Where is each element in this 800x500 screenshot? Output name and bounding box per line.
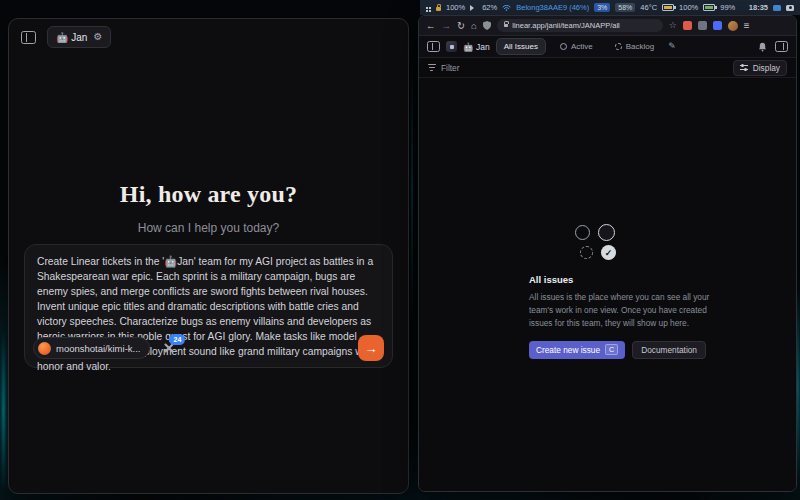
notifications-bell-icon[interactable] bbox=[758, 42, 767, 52]
tab-all-issues-label: All Issues bbox=[504, 42, 538, 51]
tab-all-issues[interactable]: All Issues bbox=[496, 38, 546, 55]
display-sliders-icon bbox=[740, 65, 748, 70]
extension-icon[interactable] bbox=[713, 21, 722, 30]
right-sidebar-icon[interactable] bbox=[775, 41, 788, 52]
backlog-dashed-circle-icon bbox=[580, 246, 593, 259]
chat-header: 🤖 Jan ⚙ bbox=[19, 26, 398, 48]
tools-count-badge: 24 bbox=[169, 334, 185, 345]
cpu-usage: 3% bbox=[594, 3, 610, 12]
tab-backlog[interactable]: Backlog bbox=[607, 38, 662, 55]
todo-circle-icon bbox=[575, 225, 590, 240]
chat-composer: Create Linear tickets in the '🤖Jan' team… bbox=[24, 244, 393, 368]
documentation-button[interactable]: Documentation bbox=[632, 341, 706, 359]
jan-chat-window: 🤖 Jan ⚙ Hi, how are you? How can I help … bbox=[8, 18, 409, 494]
display-button[interactable]: Display bbox=[733, 60, 787, 76]
gear-icon[interactable]: ⚙ bbox=[93, 32, 102, 42]
model-selector[interactable]: moonshotai/kimi-k... bbox=[33, 337, 150, 359]
issue-circle-icon bbox=[598, 224, 615, 241]
address-bar[interactable]: linear.app/janii/team/JANAPP/all bbox=[497, 19, 663, 32]
create-new-issue-button[interactable]: Create new issue C bbox=[529, 341, 625, 359]
system-status-bar: 100% 62% Belong38AAE9 (46%) 3% 58% 46°C … bbox=[420, 0, 800, 15]
tools-button[interactable]: 24 bbox=[160, 339, 178, 357]
reload-icon[interactable]: ↻ bbox=[457, 21, 465, 31]
active-circle-icon bbox=[560, 43, 567, 50]
battery2-percent: 99% bbox=[720, 3, 735, 12]
launcher-grid-icon[interactable] bbox=[426, 7, 428, 9]
create-new-issue-label: Create new issue bbox=[536, 345, 600, 355]
greeting-subtitle: How can I help you today? bbox=[9, 221, 408, 235]
wallpaper-glow bbox=[411, 60, 413, 320]
padlock-icon bbox=[504, 24, 509, 28]
status-icons-illustration: ✓ bbox=[575, 224, 635, 260]
home-icon[interactable]: ⌂ bbox=[471, 21, 477, 31]
clock: 18:35 bbox=[749, 3, 768, 12]
menu-icon[interactable]: ≡ bbox=[744, 21, 750, 31]
backlog-circle-icon bbox=[615, 43, 622, 50]
shortcut-chip: C bbox=[605, 344, 618, 355]
browser-toolbar: ← → ↻ ⌂ linear.app/janii/team/JANAPP/all… bbox=[419, 16, 796, 36]
team-name: 🤖 Jan bbox=[463, 42, 490, 52]
filter-icon bbox=[428, 64, 436, 71]
assistant-selector[interactable]: 🤖 Jan ⚙ bbox=[47, 26, 111, 48]
wifi-network-name: Belong38AAE9 (46%) bbox=[516, 3, 589, 12]
status-percent: 100% bbox=[446, 3, 465, 12]
browser-window: ← → ↻ ⌂ linear.app/janii/team/JANAPP/all… bbox=[418, 15, 797, 492]
volume-icon bbox=[470, 5, 477, 11]
linear-header-right bbox=[758, 41, 788, 52]
tab-active-label: Active bbox=[571, 42, 593, 51]
welcome-block: Hi, how are you? How can I help you toda… bbox=[9, 181, 408, 235]
filter-bar: Filter Display bbox=[419, 58, 796, 78]
back-icon[interactable]: ← bbox=[426, 21, 436, 31]
profile-avatar[interactable] bbox=[728, 21, 738, 31]
empty-state-title: All issues bbox=[529, 274, 721, 285]
sidebar-panel-icon bbox=[21, 31, 36, 44]
filter-label: Filter bbox=[441, 63, 459, 73]
lock-icon bbox=[436, 7, 441, 11]
edit-views-icon[interactable]: ✎ bbox=[668, 42, 676, 51]
composer-footer: moonshotai/kimi-k... 24 → bbox=[33, 335, 384, 361]
empty-state-description: All issues is the place where you can se… bbox=[529, 291, 721, 330]
wifi-icon bbox=[502, 5, 511, 11]
wallpaper-glow bbox=[2, 330, 5, 490]
send-arrow-icon: → bbox=[365, 342, 378, 355]
tab-backlog-label: Backlog bbox=[626, 42, 654, 51]
empty-state-actions: Create new issue C Documentation bbox=[529, 341, 721, 359]
assistant-label: 🤖 Jan bbox=[56, 32, 87, 43]
tab-active[interactable]: Active bbox=[552, 38, 601, 55]
mail-icon[interactable] bbox=[773, 5, 781, 11]
linear-sidebar-toggle-icon[interactable] bbox=[427, 41, 440, 52]
model-name: moonshotai/kimi-k... bbox=[56, 343, 140, 354]
extension-icon[interactable] bbox=[683, 21, 692, 30]
forward-icon[interactable]: → bbox=[442, 21, 452, 31]
model-provider-icon bbox=[38, 342, 51, 355]
bookmark-icon[interactable]: ☆ bbox=[669, 21, 677, 30]
volume-percent: 62% bbox=[482, 3, 497, 12]
battery2-icon bbox=[703, 4, 715, 11]
extension-icon[interactable] bbox=[698, 21, 707, 30]
battery-percent: 100% bbox=[679, 3, 698, 12]
issues-empty-state: ✓ All issues All issues is the place whe… bbox=[529, 224, 721, 359]
sidebar-toggle-button[interactable] bbox=[19, 29, 38, 46]
url-text: linear.app/janii/team/JANAPP/all bbox=[512, 21, 620, 30]
shield-icon[interactable] bbox=[483, 21, 491, 30]
memory-usage: 58% bbox=[615, 3, 635, 12]
screenshot-icon[interactable] bbox=[786, 5, 794, 11]
workspace-icon bbox=[446, 41, 457, 52]
send-button[interactable]: → bbox=[358, 335, 384, 361]
done-check-icon: ✓ bbox=[601, 245, 616, 260]
battery-icon bbox=[662, 4, 674, 11]
issues-view: ✓ All issues All issues is the place whe… bbox=[419, 78, 796, 492]
temperature: 46°C bbox=[640, 3, 657, 12]
display-label: Display bbox=[753, 63, 780, 73]
greeting-title: Hi, how are you? bbox=[9, 181, 408, 208]
linear-header: 🤖 Jan All Issues Active Backlog ✎ bbox=[419, 36, 796, 58]
filter-button[interactable]: Filter bbox=[428, 63, 459, 73]
